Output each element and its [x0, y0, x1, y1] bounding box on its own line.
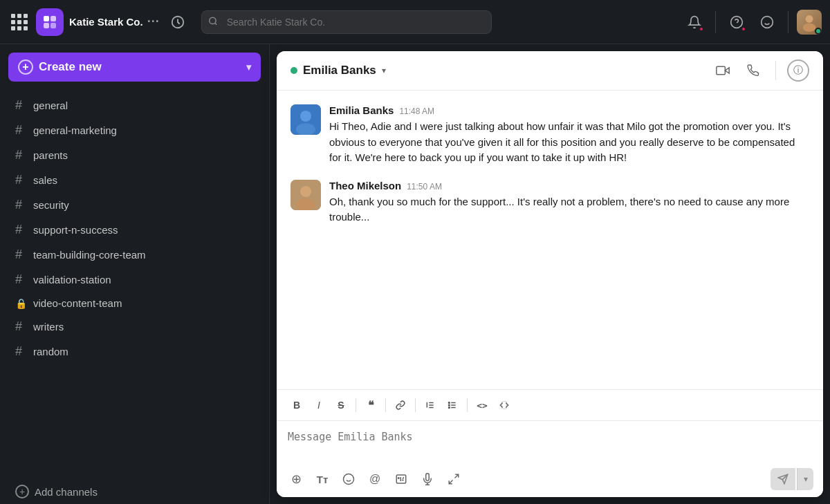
- sidebar-channel-video-content-team[interactable]: 🔒video-content-team: [4, 292, 265, 314]
- hash-icon: #: [15, 272, 28, 287]
- channel-name: validation-station: [33, 274, 111, 286]
- sidebar-channel-writers[interactable]: #writers: [4, 315, 265, 339]
- message-0: Emilia Banks 11:48 AM Hi Theo, Adie and …: [290, 104, 809, 166]
- workspace-name[interactable]: Katie Stark Co. ···: [69, 15, 160, 29]
- chat-messages: Emilia Banks 11:48 AM Hi Theo, Adie and …: [277, 91, 823, 389]
- user-online-indicator: [815, 28, 822, 35]
- send-options-button[interactable]: ▾: [797, 468, 813, 490]
- sidebar-channel-parents[interactable]: #parents: [4, 143, 265, 167]
- add-attachment-icon[interactable]: ⊕: [286, 469, 306, 489]
- ordered-list-button[interactable]: [420, 395, 441, 415]
- svg-rect-15: [717, 66, 726, 75]
- channel-name: writers: [33, 321, 64, 333]
- phone-call-icon[interactable]: [742, 59, 764, 82]
- emoji-icon[interactable]: [755, 10, 780, 35]
- svg-rect-0: [44, 16, 49, 21]
- message-1: Theo Mikelson 11:50 AM Oh, thank you so …: [290, 180, 809, 225]
- sidebar-channel-security[interactable]: #security: [4, 193, 265, 217]
- svg-marker-14: [725, 68, 729, 73]
- notification-badge: [699, 26, 704, 32]
- chat-header-actions: ⓘ: [712, 59, 809, 82]
- create-new-button[interactable]: + Create new ▾: [8, 53, 261, 82]
- search-bar[interactable]: [201, 10, 492, 34]
- message-author-0: Emilia Banks: [329, 104, 394, 116]
- svg-point-9: [762, 16, 773, 28]
- unordered-list-button[interactable]: [442, 395, 463, 415]
- blockquote-button[interactable]: ❝: [360, 395, 381, 415]
- svg-point-32: [344, 474, 354, 485]
- topbar-right-actions: [682, 10, 822, 35]
- hash-icon: #: [15, 98, 28, 113]
- workspace-options-dots[interactable]: ···: [147, 15, 160, 29]
- channel-name: team-building-core-team: [33, 249, 146, 261]
- sidebar-channel-sales[interactable]: #sales: [4, 168, 265, 192]
- code-button[interactable]: <>: [472, 395, 492, 415]
- channel-name: general: [33, 100, 68, 111]
- video-call-icon[interactable]: [712, 59, 734, 82]
- link-button[interactable]: [390, 395, 411, 415]
- composer-toolbar: B I S ❝: [277, 390, 823, 421]
- shortcuts-icon[interactable]: [391, 469, 411, 489]
- mention-icon[interactable]: @: [365, 469, 385, 489]
- workspace-logo[interactable]: [36, 8, 64, 36]
- hash-icon: #: [15, 248, 28, 262]
- toolbar-sep-1: [356, 398, 356, 412]
- toolbar-sep-3: [415, 398, 416, 412]
- chat-contact-name: Emilia Banks: [303, 64, 376, 77]
- svg-rect-31: [502, 402, 507, 409]
- strikethrough-button[interactable]: S: [331, 395, 351, 415]
- hash-icon: #: [15, 319, 28, 334]
- emoji-picker-icon[interactable]: [339, 469, 358, 489]
- message-input[interactable]: [288, 431, 812, 456]
- svg-rect-3: [50, 23, 56, 28]
- history-icon[interactable]: [165, 10, 190, 35]
- voice-message-icon[interactable]: [418, 469, 437, 489]
- message-text-1: Oh, thank you so much for the support...…: [329, 194, 809, 225]
- info-icon[interactable]: ⓘ: [787, 59, 809, 82]
- message-composer: B I S ❝: [277, 389, 823, 497]
- bold-button[interactable]: B: [286, 395, 307, 415]
- svg-point-17: [300, 111, 311, 122]
- chat-header: Emilia Banks ▾ ⓘ: [277, 51, 823, 91]
- add-channels-button[interactable]: + Add channels: [4, 480, 265, 503]
- chat-header-chevron-icon[interactable]: ▾: [382, 66, 386, 75]
- sidebar-channel-random[interactable]: #random: [4, 339, 265, 364]
- user-avatar[interactable]: [797, 10, 822, 35]
- notifications-icon[interactable]: [682, 10, 707, 35]
- search-input[interactable]: [201, 10, 492, 34]
- add-channels-label: Add channels: [35, 486, 98, 498]
- sidebar: + Create new ▾ #general#general-marketin…: [0, 44, 270, 504]
- send-button[interactable]: [771, 468, 795, 490]
- sidebar-channel-general-marketing[interactable]: #general-marketing: [4, 118, 265, 142]
- hash-icon: #: [15, 223, 28, 237]
- chat-panel: Emilia Banks ▾ ⓘ: [277, 51, 823, 497]
- message-input-area[interactable]: [277, 421, 823, 464]
- svg-rect-2: [44, 23, 49, 28]
- contact-online-dot: [290, 67, 297, 74]
- workspace-name-text: Katie Stark Co.: [69, 16, 143, 28]
- sidebar-channel-general[interactable]: #general: [4, 93, 265, 118]
- channel-name: support-n-success: [33, 224, 118, 236]
- italic-button[interactable]: I: [308, 395, 329, 415]
- svg-line-38: [403, 477, 404, 479]
- sidebar-channel-team-building-core-team[interactable]: #team-building-core-team: [4, 243, 265, 267]
- message-avatar-0: [290, 104, 321, 135]
- apps-grid-icon[interactable]: [8, 11, 30, 33]
- sidebar-channel-validation-station[interactable]: #validation-station: [4, 268, 265, 292]
- message-content-0: Emilia Banks 11:48 AM Hi Theo, Adie and …: [329, 104, 809, 166]
- hash-icon: #: [15, 198, 28, 212]
- message-avatar-1: [290, 180, 321, 210]
- svg-point-29: [448, 404, 450, 406]
- sidebar-channel-support-n-success[interactable]: #support-n-success: [4, 218, 265, 242]
- search-icon: [208, 16, 218, 28]
- header-divider: [775, 61, 776, 80]
- channel-list: #general#general-marketing#parents#sales…: [0, 90, 269, 479]
- toolbar-sep-2: [385, 398, 386, 412]
- help-icon[interactable]: [724, 10, 749, 35]
- create-new-label: Create new: [39, 60, 102, 74]
- hash-icon: #: [15, 344, 28, 359]
- text-format-icon[interactable]: Tт: [313, 469, 332, 489]
- expand-icon[interactable]: [444, 469, 463, 489]
- message-text-0: Hi Theo, Adie and I were just talking ab…: [329, 119, 809, 166]
- code-block-button[interactable]: [494, 395, 515, 415]
